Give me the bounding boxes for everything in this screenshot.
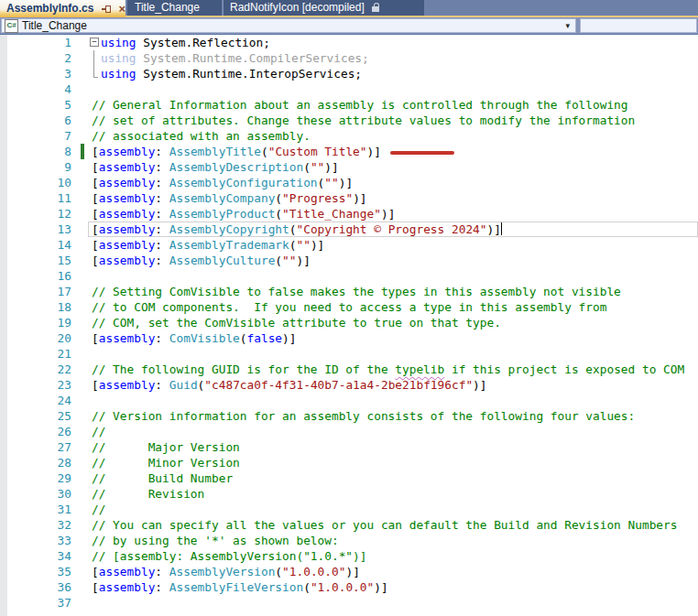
code-line[interactable]: 14[assembly: AssemblyTrademark("")] [0,237,698,253]
line-number: 16 [0,268,71,284]
line-number: 35 [0,564,71,579]
code-line[interactable]: 15[assembly: AssemblyCulture("")] [0,253,698,268]
code-line[interactable]: 30// Revision [0,486,698,502]
line-number: 22 [0,362,71,377]
code-line[interactable]: 29// Build Number [0,470,698,486]
code-line[interactable]: 28// Minor Version [0,455,698,470]
code-text: using System.Runtime.CompilerServices; [101,50,369,66]
code-text: // set of attributes. Change these attri… [92,113,635,128]
tab-label: Title_Change [135,1,200,14]
project-dropdown[interactable]: C# Title_Change ▾ [1,18,576,33]
code-line[interactable]: 34// [assembly: AssemblyVersion("1.0.*")… [0,548,698,564]
line-number: 2 [0,50,71,66]
code-line[interactable]: 20[assembly: ComVisible(false)] [0,330,698,346]
code-text: [assembly: AssemblyFileVersion("1.0.0.0"… [92,579,388,595]
line-number: 14 [0,237,71,253]
line-number: 5 [0,97,71,113]
code-line[interactable]: 6// set of attributes. Change these attr… [0,113,698,128]
code-line[interactable]: 7// associated with an assembly. [0,128,698,144]
code-line[interactable]: 25// Version information for an assembly… [0,408,698,424]
code-text: // Version information for an assembly c… [92,408,635,424]
code-text: // to COM components. If you need to acc… [92,299,606,315]
code-editor[interactable]: 1−using System.Reflection;2using System.… [0,35,698,616]
line-number: 4 [0,81,71,97]
code-line[interactable]: 27// Major Version [0,439,698,455]
chevron-down-icon[interactable]: ▾ [565,21,570,30]
code-line[interactable]: 31// [0,502,698,517]
line-number: 36 [0,579,71,595]
navigation-bar: C# Title_Change ▾ [0,17,698,35]
code-text: // Setting ComVisible to false makes the… [92,284,621,299]
code-text: // The following GUID is for the ID of t… [92,362,684,377]
collapse-minus-icon[interactable]: − [90,38,99,47]
tab-title-change[interactable]: Title_Change [127,0,222,16]
code-line[interactable]: 12[assembly: AssemblyProduct("Title_Chan… [0,206,698,222]
code-line[interactable]: 32// You can specify all the values or y… [0,517,698,533]
code-line[interactable]: 18// to COM components. If you need to a… [0,299,698,315]
code-line[interactable]: 10[assembly: AssemblyConfiguration("")] [0,175,698,190]
code-text: // [92,502,105,517]
member-dropdown[interactable] [580,18,697,33]
line-number: 18 [0,299,71,315]
line-number: 20 [0,330,71,346]
tab-assemblyinfo[interactable]: AssemblyInfo.cs × [0,0,125,17]
code-line[interactable]: 33// by using the '*' as shown below: [0,533,698,548]
line-number: 27 [0,439,71,455]
code-text: [assembly: AssemblyCopyright("Copyright … [92,222,502,237]
text-caret [501,222,502,235]
code-line[interactable]: 23[assembly: Guid("c487ca0f-4f31-40b7-a1… [0,377,698,393]
line-number: 34 [0,548,71,564]
code-line[interactable]: 36[assembly: AssemblyFileVersion("1.0.0.… [0,579,698,595]
code-text: // COM, set the ComVisible attribute to … [92,315,501,330]
code-line[interactable]: 24 [0,393,698,408]
code-line[interactable]: 21 [0,346,698,362]
line-number: 26 [0,424,71,439]
code-line[interactable]: 16 [0,268,698,284]
vs-editor-window: AssemblyInfo.cs × Title_Change RadNotify… [0,0,698,616]
code-line[interactable]: 5// General Information about an assembl… [0,97,698,113]
code-line[interactable]: 37 [0,595,698,611]
code-text: // by using the '*' as shown below: [92,533,339,548]
line-number: 17 [0,284,71,299]
code-line[interactable]: 2using System.Runtime.CompilerServices; [0,50,698,66]
line-number: 28 [0,455,71,470]
code-line[interactable]: 9[assembly: AssemblyDescription("")] [0,159,698,175]
line-number: 1 [0,35,71,50]
line-number: 32 [0,517,71,533]
close-icon[interactable]: × [118,4,125,15]
line-number: 8 [0,144,71,159]
code-text: [assembly: AssemblyCompany("Progress")] [92,190,367,206]
line-number: 21 [0,346,71,362]
line-number: 19 [0,315,71,330]
code-line[interactable]: 1−using System.Reflection; [0,35,698,50]
code-text: // General Information about an assembly… [92,97,628,113]
code-text: // associated with an assembly. [92,128,311,144]
project-dropdown-value: Title_Change [22,19,87,32]
code-line[interactable]: 11[assembly: AssemblyCompany("Progress")… [0,190,698,206]
code-text: // [92,424,105,439]
line-number: 31 [0,502,71,517]
code-line[interactable]: 19// COM, set the ComVisible attribute t… [0,315,698,330]
line-number: 33 [0,533,71,548]
tab-label: AssemblyInfo.cs [6,1,93,16]
line-number: 10 [0,175,71,190]
code-text: // Revision [92,486,204,502]
code-text: [assembly: AssemblyCulture("")] [92,253,311,268]
code-line[interactable]: 22// The following GUID is for the ID of… [0,362,698,377]
code-text: [assembly: AssemblyConfiguration("")] [92,175,353,190]
pin-icon[interactable] [102,4,113,15]
line-number: 23 [0,377,71,393]
code-line[interactable]: 17// Setting ComVisible to false makes t… [0,284,698,299]
line-number: 15 [0,253,71,268]
tab-radnotifyicon[interactable]: RadNotifyIcon [decompiled] [223,0,424,16]
outline-guide-line [93,77,98,78]
code-line[interactable]: 8[assembly: AssemblyTitle("Custom Title"… [0,144,698,159]
code-text: [assembly: AssemblyVersion("1.0.0.0")] [92,564,360,579]
code-line[interactable]: 13[assembly: AssemblyCopyright("Copyrigh… [0,222,698,237]
code-line[interactable]: 4 [0,81,698,97]
code-text: // Minor Version [92,455,240,470]
code-line[interactable]: 26// [0,424,698,439]
code-text: [assembly: AssemblyProduct("Title_Change… [92,206,395,222]
code-line[interactable]: 35[assembly: AssemblyVersion("1.0.0.0")] [0,564,698,579]
code-line[interactable]: 3using System.Runtime.InteropServices; [0,66,698,81]
